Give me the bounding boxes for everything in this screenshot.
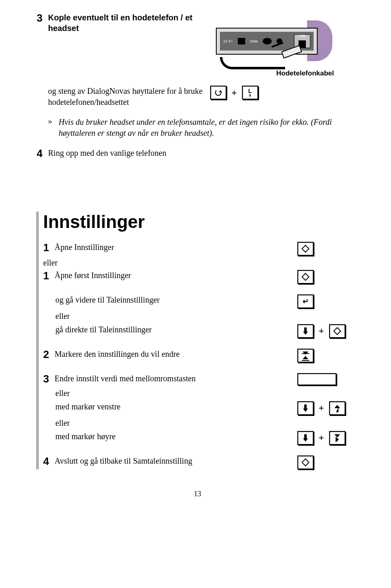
- note-marker: »: [48, 117, 55, 139]
- step-1a-label: Åpne Innstillinger: [55, 242, 297, 253]
- diamond-key-icon: [329, 324, 345, 338]
- sub-d-label: med markør høyre: [55, 431, 297, 442]
- eller-4: eller: [55, 418, 358, 429]
- sub-d: med markør høyre +: [55, 431, 358, 445]
- up-down-key-icon: [297, 349, 314, 363]
- plus-icon: +: [318, 325, 325, 336]
- step-number: 3: [37, 12, 48, 24]
- step-3b: 3 Endre innstilt verdi med mellomromstas…: [43, 373, 358, 385]
- step-3b-label: Endre innstilt verdi med mellomromstaste…: [55, 373, 297, 384]
- diamond-key-icon: [297, 270, 314, 284]
- arrow-left-key-icon: [329, 401, 345, 415]
- port-label-data: Data: [250, 39, 258, 43]
- sub-c-label: med markør venstre: [55, 401, 297, 412]
- sub-a-label: og gå videre til Taleinnstillinger: [55, 294, 297, 305]
- jack-plug-icon: [253, 48, 301, 64]
- step-number: 3: [43, 373, 55, 385]
- diamond-key-icon: [297, 242, 314, 256]
- illustration-caption: Hodetelefonkabel: [216, 69, 334, 77]
- l9-key-icon: L 9: [242, 86, 258, 99]
- eller-1: eller: [43, 257, 358, 268]
- step-number: 4: [43, 455, 55, 467]
- power-port-icon: [238, 38, 245, 44]
- step-4-title: Ring opp med den vanlige telefonen: [48, 148, 166, 159]
- note-text: Hvis du bruker headset under en telefons…: [59, 117, 358, 139]
- port-label-12v: 12 V=: [223, 39, 233, 43]
- step-1a: 1 Åpne Innstillinger: [43, 242, 358, 256]
- step-1b-label: Åpne først Innstillinger: [55, 270, 297, 281]
- sub-b-label: gå direkte til Taleinnstillinger: [55, 324, 297, 335]
- step-number: 4: [37, 148, 48, 159]
- step-4: 4 Ring opp med den vanlige telefonen: [37, 148, 358, 159]
- plus-icon: +: [318, 402, 325, 413]
- spacebar-key-icon: [297, 373, 336, 385]
- plus-icon: +: [318, 432, 325, 443]
- refresh-key-icon: [210, 86, 226, 99]
- shift-down-key-icon: [297, 324, 314, 338]
- step-4b: 4 Avslutt og gå tilbake til Samtaleinnst…: [43, 455, 358, 469]
- step-1b: 1 Åpne først Innstillinger: [43, 270, 358, 284]
- step-2: 2 Markere den innstillingen du vil endre: [43, 349, 358, 363]
- shift-down-key-icon: [297, 401, 314, 415]
- step-2-label: Markere den innstillingen du vil endre: [55, 349, 297, 360]
- device-illustration: 12 V= Data Tele Hodetelefonkabel: [216, 24, 334, 77]
- sub-c: med markør venstre +: [55, 401, 358, 415]
- enter-key-icon: ↵: [297, 294, 314, 308]
- arrow-right-key-icon: [329, 431, 345, 445]
- data-port-icon: [263, 38, 272, 44]
- shift-down-key-icon: [297, 431, 314, 445]
- section-heading: Innstillinger: [43, 212, 358, 232]
- sub-a: og gå videre til Taleinnstillinger ↵: [55, 294, 358, 308]
- sub-b: gå direkte til Taleinnstillinger +: [55, 324, 358, 338]
- eller-3: eller: [55, 388, 358, 399]
- step-4b-label: Avslutt og gå tilbake til Samtaleinnstil…: [55, 455, 297, 466]
- plus-icon: +: [231, 87, 238, 98]
- step-number: 2: [43, 349, 55, 360]
- diamond-key-icon: [297, 455, 314, 469]
- page-number: 13: [37, 490, 358, 498]
- step-3-title: Kople eventuelt til en hodetelefon / et …: [48, 12, 195, 33]
- step-number: 1: [43, 242, 55, 254]
- step-number: 1: [43, 270, 55, 282]
- step-3-subtext: og steng av DialogNovas høyttalere for å…: [48, 86, 203, 108]
- eller-2: eller: [55, 311, 358, 322]
- port-label-tele: Tele: [299, 34, 306, 38]
- key-combo-refresh-l: + L 9: [210, 86, 258, 99]
